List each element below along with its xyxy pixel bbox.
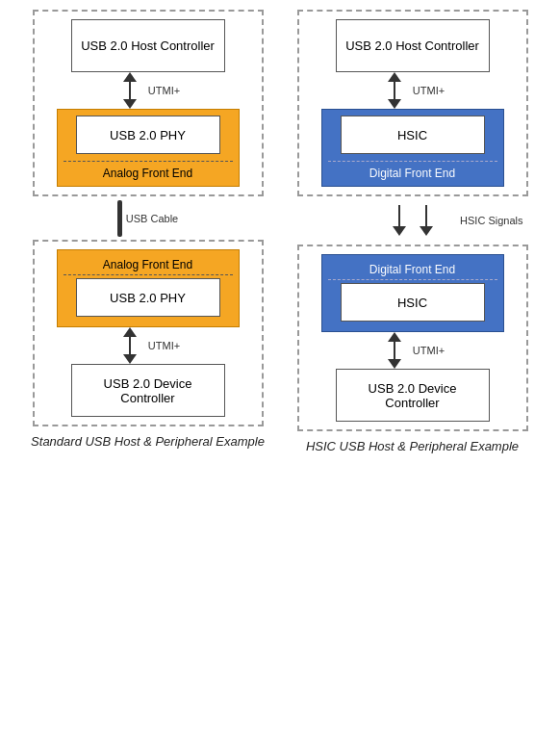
hsic-arrow-right [420, 205, 433, 236]
standard-diagram-label: Standard USB Host & Peripheral Example [31, 434, 265, 449]
hsic-shaft-right [425, 205, 427, 226]
hsic-host-controller: USB 2.0 Host Controller [336, 19, 490, 72]
standard-host-controller: USB 2.0 Host Controller [71, 19, 225, 72]
standard-bottom-outer: Analog Front End USB 2.0 PHY UTMI+ USB 2… [33, 240, 264, 426]
hsic-shaft-left [398, 205, 400, 226]
hsic-top-outer: USB 2.0 Host Controller UTMI+ HSIC Digit… [297, 10, 528, 196]
standard-orange-block: USB 2.0 PHY Analog Front End [57, 109, 240, 187]
standard-bottom-double-arrow [115, 327, 144, 364]
standard-top-utmi-label: UTMI+ [148, 85, 180, 96]
arrow-down-icon-6 [388, 359, 401, 369]
hsic-bottom-double-arrow [380, 332, 409, 369]
standard-cable-connector: USB Cable [33, 196, 264, 240]
hsic-blue-dashed-bottom [328, 279, 497, 280]
hsic-top-utmi-label: UTMI+ [413, 85, 445, 96]
cable-label: USB Cable [126, 213, 178, 224]
arrow-shaft [129, 82, 131, 99]
arrow-down-icon-4 [393, 226, 406, 236]
standard-orange-dashed [64, 161, 233, 162]
hsic-bottom-utmi-label: UTMI+ [413, 345, 445, 356]
hsic-arrow-left [393, 205, 406, 236]
standard-top-outer: USB 2.0 Host Controller UTMI+ USB 2.0 PH… [33, 10, 264, 196]
hsic-front-end-label-top: Digital Front End [369, 165, 455, 180]
arrow-shaft-2 [129, 337, 131, 354]
hsic-blue-block-top: HSIC Digital Front End [321, 109, 504, 187]
usb-cable-line [117, 200, 122, 237]
diagrams-container: USB 2.0 Host Controller UTMI+ USB 2.0 PH… [10, 10, 550, 453]
hsic-signals-connector: HSIC Signals [297, 196, 528, 245]
arrow-down-icon-5 [420, 226, 433, 236]
standard-bottom-arrow-area: UTMI+ [33, 327, 264, 364]
hsic-bottom-arrow-area: UTMI+ [297, 332, 528, 369]
hsic-diagram: USB 2.0 Host Controller UTMI+ HSIC Digit… [290, 10, 535, 453]
arrow-up-icon-2 [123, 327, 137, 337]
hsic-diagram-label: HSIC USB Host & Peripheral Example [306, 439, 519, 453]
hsic-two-arrows [393, 205, 433, 236]
standard-phy-inner: USB 2.0 PHY [76, 116, 220, 154]
hsic-blue-dashed-top [328, 161, 497, 162]
arrow-down-icon-2 [123, 354, 137, 364]
hsic-top-arrow-area: UTMI+ [297, 72, 528, 109]
hsic-phy-inner-top: HSIC [341, 116, 485, 154]
hsic-bottom-outer: Digital Front End HSIC UTMI+ USB 2.0 Dev… [297, 245, 528, 431]
arrow-down-icon-3 [388, 99, 401, 109]
hsic-phy-inner-bottom: HSIC [341, 283, 485, 322]
arrow-shaft-4 [394, 342, 395, 359]
standard-front-end-label: Analog Front End [103, 165, 192, 180]
standard-bottom-utmi-label: UTMI+ [148, 340, 180, 351]
hsic-signals-label: HSIC Signals [460, 215, 522, 226]
standard-orange-dashed-bottom [64, 274, 233, 275]
arrow-up-icon-4 [388, 332, 401, 342]
arrow-shaft-3 [394, 82, 395, 99]
hsic-blue-block-bottom: Digital Front End HSIC [321, 254, 504, 332]
standard-front-end-label-bottom: Analog Front End [103, 256, 192, 271]
standard-top-double-arrow [115, 72, 144, 109]
standard-device-controller: USB 2.0 Device Controller [71, 364, 225, 417]
hsic-top-double-arrow [380, 72, 409, 109]
arrow-up-icon [123, 72, 137, 82]
hsic-device-controller: USB 2.0 Device Controller [336, 369, 490, 422]
arrow-down-icon [123, 99, 137, 109]
arrow-up-icon-3 [388, 72, 401, 82]
standard-top-arrow-area: UTMI+ [33, 72, 264, 109]
standard-orange-block-bottom: Analog Front End USB 2.0 PHY [57, 249, 240, 327]
standard-diagram: USB 2.0 Host Controller UTMI+ USB 2.0 PH… [25, 10, 270, 453]
standard-phy-inner-bottom: USB 2.0 PHY [76, 278, 220, 317]
hsic-front-end-label-bottom: Digital Front End [369, 261, 455, 276]
